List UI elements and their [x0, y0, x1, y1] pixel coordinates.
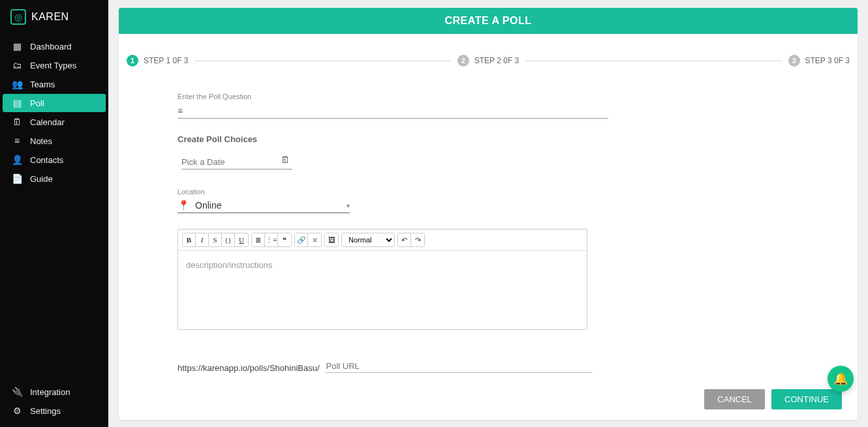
- sidebar-item-poll[interactable]: ▤ Poll: [3, 94, 106, 112]
- location-select-wrap[interactable]: 📍 Online ▾: [178, 198, 350, 213]
- undo-button[interactable]: ↶: [398, 233, 411, 246]
- step-3[interactable]: 3 STEP 3 0F 3: [788, 55, 850, 66]
- step-2[interactable]: 2 STEP 2 0F 3: [457, 55, 519, 66]
- question-input-wrap: ≡: [178, 103, 608, 119]
- cancel-button[interactable]: CANCEL: [704, 389, 765, 409]
- link-button[interactable]: 🔗: [295, 233, 308, 246]
- question-label: Enter the Poll Question: [178, 93, 700, 100]
- poll-url-row: https://karenapp.io/polls/ShohiniBasu/: [178, 360, 700, 373]
- sidebar: ◎ KAREN ▦ Dashboard 🗂 Event Types 👥 Team…: [0, 0, 108, 427]
- event-types-icon: 🗂: [12, 60, 22, 70]
- poll-url-input[interactable]: [325, 360, 593, 373]
- sidebar-item-integration[interactable]: 🔌 Integration: [3, 383, 106, 401]
- brand-logo-icon: ◎: [10, 9, 26, 25]
- step-dot-1: 1: [127, 55, 138, 66]
- stepper: 1 STEP 1 0F 3 2 STEP 2 0F 3 3 STEP 3 0F …: [119, 55, 858, 66]
- step-dot-2: 2: [457, 55, 469, 66]
- sidebar-item-label: Contacts: [30, 155, 63, 165]
- sidebar-item-dashboard[interactable]: ▦ Dashboard: [3, 37, 106, 55]
- dashboard-icon: ▦: [12, 41, 22, 52]
- poll-question-input[interactable]: [178, 103, 608, 119]
- choices-label: Create Poll Choices: [178, 134, 700, 144]
- code-block-button[interactable]: {}: [222, 233, 235, 246]
- brand: ◎ KAREN: [0, 0, 108, 37]
- notes-icon: ≡: [12, 136, 22, 146]
- sidebar-item-label: Calendar: [30, 117, 65, 127]
- sidebar-item-label: Event Types: [30, 61, 76, 70]
- italic-button[interactable]: I: [196, 233, 209, 246]
- sidebar-item-event-types[interactable]: 🗂 Event Types: [3, 56, 106, 74]
- sidebar-item-contacts[interactable]: 👤 Contacts: [3, 151, 106, 169]
- guide-icon: 📄: [12, 173, 22, 184]
- location-label: Location: [178, 188, 700, 196]
- blockquote-button[interactable]: ❝: [278, 233, 291, 246]
- editor-toolbar: B I S {} U ≣ ⋮≡ ❝ 🔗 ⤫: [178, 229, 587, 251]
- step-dot-3: 3: [788, 55, 800, 66]
- bold-button[interactable]: B: [183, 233, 196, 246]
- unlink-button[interactable]: ⤫: [308, 233, 321, 246]
- step-label: STEP 1 0F 3: [144, 56, 188, 65]
- sidebar-nav-bottom: 🔌 Integration ⚙ Settings: [0, 382, 108, 427]
- chevron-down-icon: ▾: [347, 202, 350, 209]
- page-title: CREATE A POLL: [119, 8, 858, 34]
- step-line: [525, 61, 781, 61]
- sidebar-item-notes[interactable]: ≡ Notes: [3, 132, 106, 150]
- strike-button[interactable]: S: [209, 233, 222, 246]
- sidebar-item-label: Guide: [30, 174, 53, 184]
- continue-button[interactable]: CONTINUE: [771, 389, 842, 409]
- poll-icon: ▤: [12, 98, 22, 108]
- unordered-list-button[interactable]: ⋮≡: [265, 233, 278, 246]
- location-select[interactable]: Online: [195, 200, 347, 211]
- step-label: STEP 3 0F 3: [805, 56, 850, 65]
- form: Enter the Poll Question ≡ Create Poll Ch…: [119, 93, 758, 373]
- poll-url-prefix: https://karenapp.io/polls/ShohiniBasu/: [178, 363, 320, 373]
- bell-icon: 🔔: [833, 372, 848, 386]
- image-button[interactable]: 🖼: [325, 233, 338, 246]
- sidebar-item-teams[interactable]: 👥 Teams: [3, 75, 106, 93]
- sidebar-item-label: Dashboard: [30, 42, 72, 52]
- date-input[interactable]: [181, 157, 292, 167]
- sidebar-nav-top: ▦ Dashboard 🗂 Event Types 👥 Teams ▤ Poll…: [0, 37, 108, 188]
- location-pin-icon: 📍: [178, 199, 190, 211]
- main: CREATE A POLL 1 STEP 1 0F 3 2 STEP 2 0F …: [108, 0, 868, 427]
- settings-icon: ⚙: [12, 405, 22, 416]
- underline-button[interactable]: U: [235, 233, 248, 246]
- sidebar-item-guide[interactable]: 📄 Guide: [3, 169, 106, 188]
- sidebar-item-calendar[interactable]: 🗓 Calendar: [3, 113, 106, 131]
- notifications-fab[interactable]: 🔔: [828, 366, 854, 392]
- sidebar-item-label: Teams: [30, 80, 55, 89]
- teams-icon: 👥: [12, 79, 22, 89]
- calendar-icon[interactable]: 🗓: [281, 155, 290, 165]
- redo-button[interactable]: ↷: [411, 233, 424, 246]
- date-picker[interactable]: 🗓: [181, 152, 292, 169]
- step-line: [194, 61, 450, 61]
- ordered-list-button[interactable]: ≣: [252, 233, 265, 246]
- step-1[interactable]: 1 STEP 1 0F 3: [127, 55, 188, 66]
- sidebar-item-label: Poll: [30, 98, 44, 108]
- sidebar-item-label: Notes: [30, 136, 52, 146]
- brand-name: KAREN: [31, 11, 69, 23]
- contacts-icon: 👤: [12, 155, 22, 165]
- step-label: STEP 2 0F 3: [474, 56, 519, 65]
- calendar-icon: 🗓: [12, 117, 22, 127]
- footer-buttons: CANCEL CONTINUE: [704, 389, 842, 409]
- rich-text-editor: B I S {} U ≣ ⋮≡ ❝ 🔗 ⤫: [178, 229, 587, 330]
- integration-icon: 🔌: [12, 387, 22, 397]
- sidebar-item-label: Settings: [30, 406, 61, 416]
- sidebar-item-label: Integration: [30, 387, 70, 397]
- sidebar-item-settings[interactable]: ⚙ Settings: [3, 402, 106, 420]
- format-select[interactable]: Normal: [341, 233, 395, 247]
- editor-body[interactable]: description/instructions: [178, 251, 587, 329]
- card: CREATE A POLL 1 STEP 1 0F 3 2 STEP 2 0F …: [119, 8, 858, 420]
